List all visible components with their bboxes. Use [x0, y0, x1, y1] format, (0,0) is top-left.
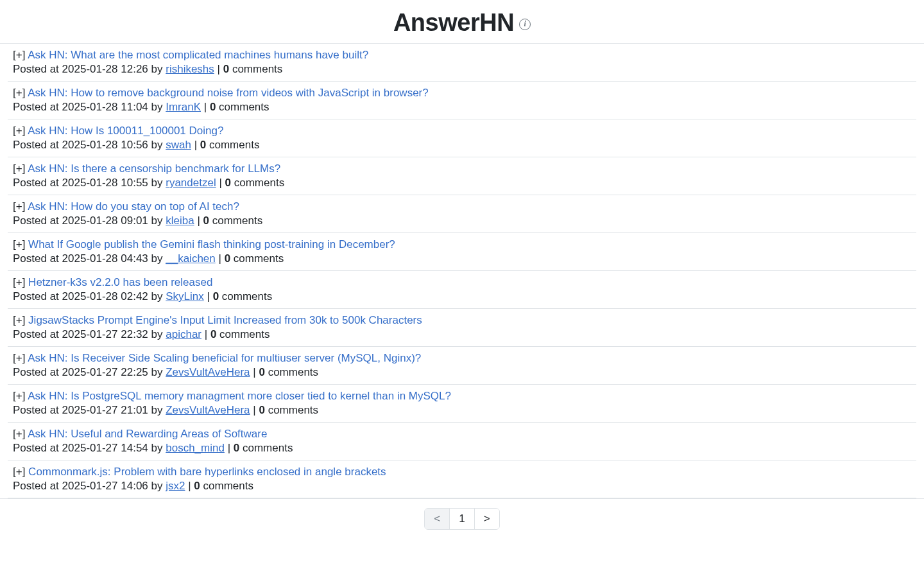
expand-toggle[interactable]: [+]: [13, 352, 25, 364]
posted-at-label: Posted at: [13, 139, 59, 151]
post-meta: Posted at 2025-01-28 12:26 by rishikeshs…: [13, 63, 911, 76]
expand-toggle[interactable]: [+]: [13, 49, 25, 61]
current-page: 1: [450, 509, 474, 529]
author-link[interactable]: ZevsVultAveHera: [166, 404, 250, 416]
comment-count: 0: [210, 101, 216, 113]
posted-at-label: Posted at: [13, 404, 59, 416]
post-item: [+] Ask HN: Is PostgreSQL memory managme…: [8, 385, 916, 423]
posted-at-label: Posted at: [13, 480, 59, 492]
meta-sep: |: [185, 480, 194, 492]
post-title-link[interactable]: Ask HN: Is PostgreSQL memory managment m…: [28, 390, 451, 402]
by-label: by: [151, 404, 163, 416]
by-label: by: [151, 328, 163, 340]
comments-label: comments: [234, 177, 284, 189]
meta-sep: |: [216, 252, 225, 265]
pagination: < 1 >: [0, 498, 924, 543]
post-title-link[interactable]: What If Google publish the Gemini flash …: [28, 238, 395, 250]
post-item: [+] Ask HN: Is Receiver Side Scaling ben…: [8, 347, 916, 385]
post-meta: Posted at 2025-01-27 14:06 by jsx2 | 0 c…: [13, 480, 911, 493]
by-label: by: [151, 366, 163, 378]
post-time: 2025-01-27 22:32: [62, 328, 148, 340]
post-title-link[interactable]: Ask HN: Is Receiver Side Scaling benefic…: [28, 352, 421, 364]
post-title-link[interactable]: Ask HN: How to remove background noise f…: [28, 87, 429, 99]
meta-sep: |: [191, 139, 200, 151]
post-meta: Posted at 2025-01-28 04:43 by __kaichen …: [13, 252, 911, 265]
expand-toggle[interactable]: [+]: [13, 87, 25, 99]
comment-count: 0: [225, 252, 230, 265]
comment-count: 0: [194, 480, 200, 492]
expand-toggle[interactable]: [+]: [13, 200, 25, 213]
post-item: [+] Ask HN: Useful and Rewarding Areas o…: [8, 423, 916, 460]
comment-count: 0: [210, 328, 216, 340]
post-time: 2025-01-27 14:06: [62, 480, 148, 492]
posted-at-label: Posted at: [13, 290, 59, 302]
comment-count: 0: [259, 404, 264, 416]
by-label: by: [151, 252, 163, 265]
info-icon[interactable]: i: [519, 19, 531, 30]
posted-at-label: Posted at: [13, 177, 59, 189]
meta-sep: |: [216, 177, 225, 189]
author-link[interactable]: SkyLinx: [166, 290, 204, 302]
post-title-link[interactable]: Ask HN: Is there a censorship benchmark …: [28, 162, 280, 175]
prev-page-button[interactable]: <: [425, 509, 450, 529]
comment-count: 0: [200, 139, 206, 151]
post-time: 2025-01-27 22:25: [62, 366, 148, 378]
by-label: by: [151, 290, 163, 302]
expand-toggle[interactable]: [+]: [13, 314, 25, 326]
comment-count: 0: [223, 63, 229, 75]
by-label: by: [151, 215, 163, 227]
post-item: [+] Commonmark.js: Problem with bare hyp…: [8, 460, 916, 498]
meta-sep: |: [250, 366, 259, 378]
post-title-link[interactable]: Ask HN: How do you stay on top of AI tec…: [28, 200, 239, 213]
comments-label: comments: [243, 442, 293, 454]
comments-label: comments: [212, 215, 262, 227]
expand-toggle[interactable]: [+]: [13, 238, 25, 250]
author-link[interactable]: bosch_mind: [166, 442, 225, 454]
post-title-link[interactable]: Commonmark.js: Problem with bare hyperli…: [28, 466, 386, 478]
comments-label: comments: [219, 101, 269, 113]
expand-toggle[interactable]: [+]: [13, 428, 25, 440]
author-link[interactable]: apichar: [166, 328, 201, 340]
post-item: [+] JigsawStacks Prompt Engine's Input L…: [8, 309, 916, 347]
comments-label: comments: [203, 480, 253, 492]
post-time: 2025-01-28 04:43: [62, 252, 148, 265]
author-link[interactable]: swah: [166, 139, 191, 151]
by-label: by: [151, 480, 163, 492]
next-page-button[interactable]: >: [475, 509, 499, 529]
meta-sep: |: [250, 404, 259, 416]
expand-toggle[interactable]: [+]: [13, 390, 25, 402]
author-link[interactable]: rishikeshs: [166, 63, 214, 75]
post-title-link[interactable]: JigsawStacks Prompt Engine's Input Limit…: [28, 314, 422, 326]
post-meta: Posted at 2025-01-27 14:54 by bosch_mind…: [13, 442, 911, 455]
author-link[interactable]: ImranK: [166, 101, 201, 113]
comments-label: comments: [268, 366, 318, 378]
expand-toggle[interactable]: [+]: [13, 162, 25, 175]
posted-at-label: Posted at: [13, 252, 59, 265]
post-title-link[interactable]: Ask HN: Useful and Rewarding Areas of So…: [28, 428, 267, 440]
author-link[interactable]: __kaichen: [166, 252, 216, 265]
by-label: by: [151, 177, 163, 189]
posted-at-label: Posted at: [13, 366, 59, 378]
post-title-link[interactable]: Ask HN: What are the most complicated ma…: [28, 49, 368, 61]
post-meta: Posted at 2025-01-28 10:56 by swah | 0 c…: [13, 139, 911, 152]
post-time: 2025-01-28 11:04: [62, 101, 148, 113]
post-item: [+] Ask HN: Is there a censorship benchm…: [8, 157, 916, 195]
author-link[interactable]: ZevsVultAveHera: [166, 366, 250, 378]
posted-at-label: Posted at: [13, 63, 59, 75]
expand-toggle[interactable]: [+]: [13, 125, 25, 137]
posted-at-label: Posted at: [13, 215, 59, 227]
author-link[interactable]: kleiba: [166, 215, 194, 227]
post-item: [+] Hetzner-k3s v2.2.0 has been released…: [8, 271, 916, 309]
expand-toggle[interactable]: [+]: [13, 276, 25, 288]
expand-toggle[interactable]: [+]: [13, 466, 25, 478]
meta-sep: |: [214, 63, 223, 75]
comments-label: comments: [268, 404, 318, 416]
by-label: by: [151, 139, 163, 151]
comments-label: comments: [232, 63, 282, 75]
post-title-link[interactable]: Ask HN: How Is 100011_100001 Doing?: [28, 125, 223, 137]
author-link[interactable]: jsx2: [166, 480, 185, 492]
author-link[interactable]: ryandetzel: [166, 177, 216, 189]
post-list: [+] Ask HN: What are the most complicate…: [0, 44, 924, 498]
post-title-link[interactable]: Hetzner-k3s v2.2.0 has been released: [28, 276, 212, 288]
comment-count: 0: [225, 177, 231, 189]
